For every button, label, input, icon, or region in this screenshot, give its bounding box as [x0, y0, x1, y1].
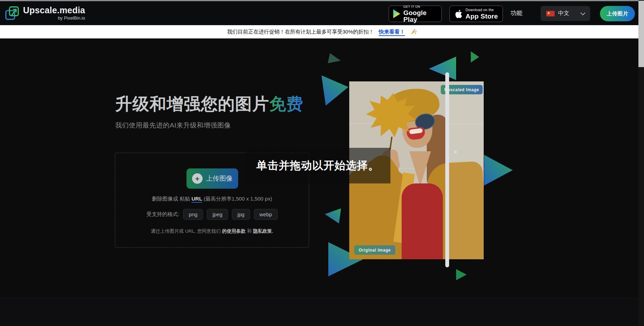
terms-and: 和: [246, 229, 253, 234]
supported-formats-row: 受支持的格式: png jpeg jpg webp: [115, 209, 309, 220]
terms-prefix: 通过上传图片或 URL, 您同意我们: [151, 229, 222, 234]
triangle-decoration: [456, 269, 467, 280]
privacy-policy-link[interactable]: 隐私政策.: [253, 229, 273, 234]
upscale-logo-icon: [4, 5, 20, 21]
app-store-badge-top: Download on the: [466, 8, 498, 12]
app-store-badge[interactable]: Download on the App Store: [449, 6, 503, 22]
party-popper-icon: [410, 28, 417, 35]
scrollbar-track[interactable]: [638, 0, 644, 326]
hero-subtitle: 我们使用最先进的AI来升级和增强图像: [115, 121, 231, 130]
china-flag-icon: ★: [546, 11, 555, 16]
language-selected: 中文: [558, 10, 578, 17]
url-instruction: 删除图像或 粘贴 URL (最高分辨率1,500 x 1,500 px): [115, 196, 309, 202]
window-top-edge: [0, 0, 644, 1]
upload-image-button[interactable]: + 上传图像: [186, 168, 238, 189]
format-chip-webp: webp: [254, 209, 278, 220]
triangle-decoration: [321, 72, 351, 106]
upscaled-side-highlight: [447, 81, 484, 259]
promo-banner: 我们目前正在进行促销！在所有计划上最多可享受30%的折扣！ 快来看看！: [0, 25, 644, 38]
plus-icon: +: [192, 173, 203, 184]
before-label-badge: Original Image: [354, 245, 395, 255]
scrollbar-thumb[interactable]: [638, 1, 644, 67]
selection-tooltip: 单击并拖动以开始选择。: [245, 148, 390, 183]
hero-title-main: 升级和增强您的图片: [115, 95, 269, 113]
google-play-badge-top: GET IT ON: [403, 5, 437, 8]
brand-byline: by PixelBin.io: [23, 15, 85, 21]
upload-image-button-label: 上传图像: [206, 174, 233, 183]
google-play-icon: [393, 9, 400, 18]
triangle-decoration: [471, 51, 479, 63]
triangle-decoration: [324, 206, 341, 224]
url-instruction-suffix: (最高分辨率1,500 x 1,500 px): [202, 196, 272, 202]
language-selector[interactable]: ★ 中文: [541, 6, 590, 21]
format-chip-jpeg: jpeg: [207, 209, 228, 220]
brand-name: Upscale.media: [23, 5, 85, 15]
google-play-badge[interactable]: GET IT ON Google Play: [389, 6, 442, 22]
navbar: Upscale.media by PixelBin.io GET IT ON G…: [0, 1, 644, 25]
formats-label: 受支持的格式:: [146, 211, 179, 218]
paste-url-link[interactable]: URL: [191, 196, 202, 203]
apple-icon: [454, 9, 462, 19]
comparison-slider-handle[interactable]: [445, 72, 449, 267]
url-instruction-prefix: 删除图像或 粘贴: [152, 196, 191, 202]
google-play-badge-bottom: Google Play: [403, 9, 437, 23]
app-store-badge-bottom: App Store: [466, 13, 498, 20]
triangle-decoration: [484, 155, 513, 186]
triangle-decoration: [429, 57, 456, 80]
promo-cta-link[interactable]: 快来看看！: [379, 29, 405, 35]
brand[interactable]: Upscale.media by PixelBin.io: [4, 5, 85, 21]
promo-message: 我们目前正在进行促销！在所有计划上最多可享受30%的折扣！: [227, 29, 374, 35]
selection-tooltip-text: 单击并拖动以开始选择。: [256, 158, 379, 173]
hero-title: 升级和增强您的图片免费: [115, 93, 303, 115]
nav-upload-image-button[interactable]: 上传图片: [600, 6, 635, 21]
triangle-decoration: [328, 53, 342, 66]
format-chip-png: png: [183, 209, 203, 220]
next-section-edge: [0, 298, 644, 326]
nav-link-features[interactable]: 功能: [511, 1, 522, 25]
hero-title-highlight: 免费: [269, 95, 303, 113]
red-top: [402, 183, 443, 259]
format-chip-jpg: jpg: [232, 209, 250, 220]
terms-of-use-link[interactable]: 的使用条款: [222, 229, 246, 234]
hero-section: 升级和增强您的图片免费 我们使用最先进的AI来升级和增强图像 + 上传图像 删除…: [0, 38, 644, 326]
terms-note: 通过上传图片或 URL, 您同意我们 的使用条款 和 隐私政策.: [115, 228, 309, 234]
chevron-down-icon: [580, 10, 585, 15]
